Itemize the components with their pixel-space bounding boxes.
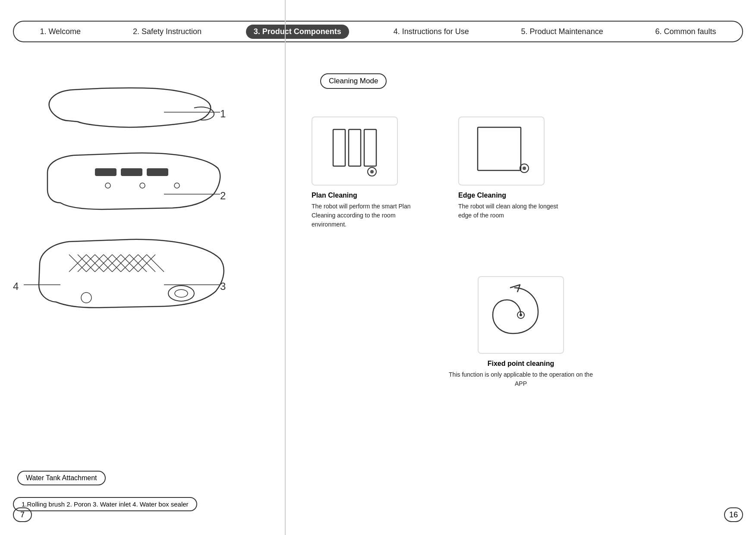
fixed-point-icon [478, 276, 564, 354]
svg-point-28 [175, 290, 188, 297]
edge-cleaning-mode: Edge Cleaning The robot will clean along… [458, 116, 562, 220]
fixed-point-title: Fixed point cleaning [488, 360, 554, 368]
fixed-point-desc: This function is only applicable to the … [447, 370, 594, 388]
svg-line-17 [147, 255, 164, 272]
svg-rect-33 [349, 129, 361, 166]
svg-rect-34 [364, 129, 376, 166]
mode-row-1: Plan Cleaning The robot will perform the… [312, 116, 739, 229]
plan-cleaning-title: Plan Cleaning [312, 192, 415, 199]
cleaning-mode-badge: Cleaning Mode [320, 73, 387, 89]
nav-item-faults[interactable]: 6. Common faults [647, 25, 724, 39]
svg-rect-2 [121, 168, 142, 176]
parts-label-container: 1.Rolling brush 2. Poron 3. Water inlet … [13, 497, 276, 511]
svg-point-29 [81, 293, 91, 303]
part-3-diagram [35, 237, 233, 311]
part-1-line [164, 108, 224, 116]
right-page: Cleaning Mode Plan Cleaning The robot wi… [286, 52, 756, 535]
edge-cleaning-desc: The robot will clean along the longest e… [458, 202, 562, 220]
svg-point-4 [105, 183, 110, 188]
fixed-point-section: Fixed point cleaning This function is on… [286, 276, 756, 388]
part-4-line [24, 280, 63, 289]
part-2-diagram [43, 151, 224, 220]
svg-rect-3 [147, 168, 168, 176]
svg-rect-32 [333, 129, 345, 166]
svg-point-39 [523, 167, 526, 170]
nav-item-product-components[interactable]: 3. Product Components [246, 25, 349, 39]
navigation-bar: 1. Welcome 2. Safety Instruction 3. Prod… [13, 21, 743, 42]
part-4-number: 4 [13, 280, 19, 293]
edge-cleaning-icon [458, 116, 545, 186]
left-page: 1 2 [0, 52, 285, 535]
product-diagrams: 1 2 [0, 52, 285, 354]
svg-point-36 [370, 170, 374, 173]
part-3-line [164, 280, 224, 289]
svg-rect-1 [95, 168, 117, 176]
page-number-16: 16 [724, 507, 743, 522]
svg-point-6 [174, 183, 180, 188]
cleaning-mode-pill: Cleaning Mode [320, 73, 387, 89]
water-tank-pill: Water Tank Attachment [17, 471, 106, 485]
nav-item-welcome[interactable]: 1. Welcome [32, 25, 88, 39]
plan-cleaning-desc: The robot will perform the smart Plan Cl… [312, 202, 415, 229]
edge-cleaning-title: Edge Cleaning [458, 192, 562, 199]
plan-cleaning-mode: Plan Cleaning The robot will perform the… [312, 116, 415, 229]
parts-pill: 1.Rolling brush 2. Poron 3. Water inlet … [13, 497, 197, 511]
page-number-7: 7 [13, 507, 32, 522]
nav-item-safety[interactable]: 2. Safety Instruction [125, 25, 209, 39]
svg-point-41 [520, 314, 522, 316]
svg-rect-37 [478, 127, 521, 170]
part-2-line [164, 190, 224, 198]
plan-cleaning-icon [312, 116, 398, 186]
water-tank-label: Water Tank Attachment [17, 471, 106, 485]
nav-item-instructions[interactable]: 4. Instructions for Use [386, 25, 477, 39]
svg-point-5 [140, 183, 145, 188]
nav-item-maintenance[interactable]: 5. Product Maintenance [513, 25, 611, 39]
